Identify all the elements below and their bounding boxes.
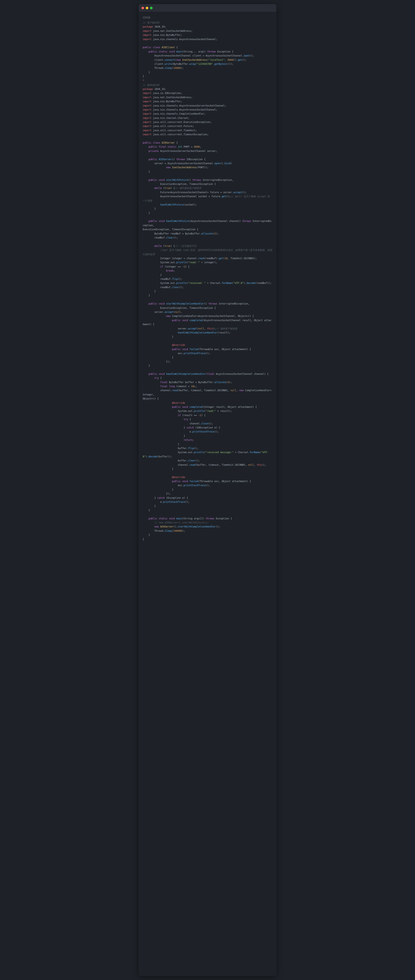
section-title: 代码块 [143,16,272,19]
code-block-client: // 客户端代码 package JAVA_IO; import java.ne… [143,21,272,541]
close-button[interactable] [141,7,144,9]
minimize-button[interactable] [146,7,148,9]
main-window: 代码块 // 客户端代码 package JAVA_IO; import jav… [139,4,276,976]
maximize-button[interactable] [150,7,153,9]
code-container: 代码块 // 客户端代码 package JAVA_IO; import jav… [139,12,276,547]
titlebar [139,4,276,12]
